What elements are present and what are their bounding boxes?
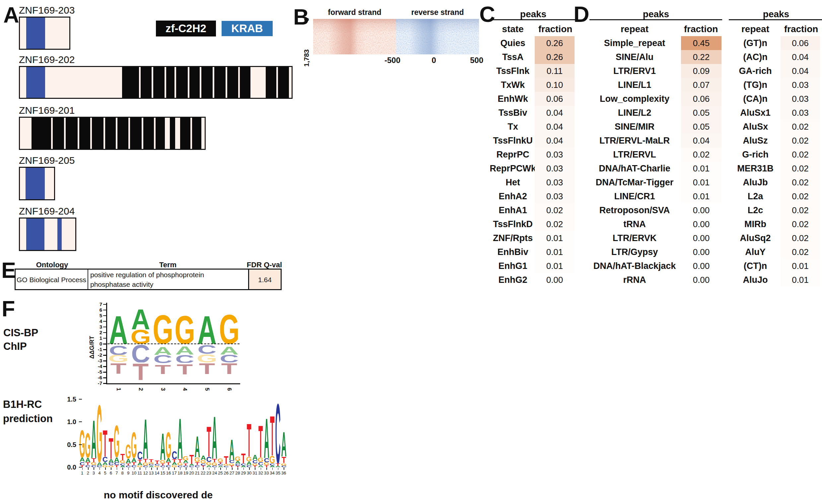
svg-text:A: A xyxy=(126,459,131,463)
isoform-bar xyxy=(19,217,76,251)
logo-letter-T: T xyxy=(194,462,200,465)
svg-text:T: T xyxy=(154,364,170,374)
exon-segment xyxy=(278,67,289,98)
logo-letter-T: T xyxy=(85,462,90,465)
svg-text:C: C xyxy=(109,345,128,355)
b1h-x-tick xyxy=(111,468,111,470)
b1h-x-tick xyxy=(174,468,175,470)
table-row-label: tRNA xyxy=(590,217,679,231)
cisbp-y-tick xyxy=(103,361,106,362)
svg-text:C: C xyxy=(206,457,212,462)
logo-letter-A: A xyxy=(160,433,165,460)
svg-text:G: G xyxy=(281,463,287,466)
table-row-value: 0.07 xyxy=(681,78,722,92)
isoform-name: ZNF169-201 xyxy=(19,105,75,115)
logo-letter-G: G xyxy=(79,429,85,458)
svg-text:A: A xyxy=(153,347,172,355)
logo-letter-C: C xyxy=(79,462,85,465)
logo-letter-A: A xyxy=(177,417,183,459)
heatmap-x-tick: 0 xyxy=(419,56,449,65)
exon-segment xyxy=(155,118,165,149)
logo-letter-C: C xyxy=(258,462,264,465)
logo-letter-A: A xyxy=(91,419,96,458)
svg-text:C: C xyxy=(80,462,85,465)
svg-text:C: C xyxy=(195,465,200,467)
cisbp-y-tick xyxy=(103,321,106,322)
logo-letter-T: T xyxy=(197,363,217,374)
table-row-label: DNA/TcMar-Tigger xyxy=(590,175,679,189)
table-row-label: (CA)n xyxy=(726,92,785,106)
logo-letter-A: A xyxy=(130,308,151,329)
isoform-name: ZNF169-205 xyxy=(19,155,75,165)
table-row-value: 0.11 xyxy=(535,64,574,78)
logo-letter-A: A xyxy=(212,416,217,459)
cisbp-y-tick-label: -7 xyxy=(89,380,102,386)
logo-letter-G: G xyxy=(131,432,137,458)
b1h-x-tick xyxy=(168,468,169,470)
b1h-y-tick xyxy=(79,399,82,400)
table-row-value: 0.02 xyxy=(781,120,820,134)
svg-text:T: T xyxy=(172,459,177,462)
exon-segment xyxy=(176,67,188,98)
table-row-label: Low_complexity xyxy=(590,92,679,106)
svg-text:C: C xyxy=(91,465,96,467)
krab-segment xyxy=(57,218,62,250)
go-col-ontology: Ontology xyxy=(19,261,85,269)
go-table-divider-1 xyxy=(88,269,88,290)
table-row-label: MER31B xyxy=(726,161,785,175)
logo-letter-T: T xyxy=(165,462,171,465)
b1h-x-tick xyxy=(186,468,186,470)
table-row-label: AluSz xyxy=(726,134,785,147)
logo-letter-A: A xyxy=(96,462,102,466)
b1h-x-tick xyxy=(105,468,106,470)
panel-label-f: F xyxy=(2,298,15,320)
logo-letter-G: G xyxy=(281,463,287,466)
svg-text:A: A xyxy=(166,458,171,462)
svg-text:A: A xyxy=(148,466,154,467)
b1h-y-tick xyxy=(79,421,82,422)
legend-krab-label: KRAB xyxy=(231,22,263,35)
svg-text:C: C xyxy=(126,466,131,467)
logo-letter-A: A xyxy=(174,346,195,355)
logo-letter-T: T xyxy=(235,466,241,467)
svg-text:A: A xyxy=(171,462,177,465)
svg-text:C: C xyxy=(154,464,159,466)
b1h-y-tick-label: 1.5 xyxy=(60,396,76,403)
logo-letter-C: C xyxy=(108,345,129,355)
logo-letter-C: C xyxy=(200,463,206,466)
logo-letter-T: T xyxy=(91,458,96,462)
table-row-value: 0.10 xyxy=(535,78,574,92)
logo-letter-A: A xyxy=(258,465,264,467)
cisbp-y-tick-label: 2 xyxy=(89,330,102,335)
logo-letter-G: G xyxy=(200,460,206,463)
table-row-label: LINE/L2 xyxy=(590,106,679,120)
svg-text:G: G xyxy=(183,456,189,461)
logo-letter-A: A xyxy=(235,461,241,464)
svg-text:A: A xyxy=(247,461,252,465)
table-row-value: 0.02 xyxy=(781,134,820,147)
svg-text:C: C xyxy=(212,466,217,467)
logo-letter-C: C xyxy=(114,462,119,465)
svg-text:C: C xyxy=(131,465,137,467)
panel-d2-col-fraction: fraction xyxy=(768,24,822,34)
cisbp-y-tick-label: 4 xyxy=(89,318,102,324)
logo-letter-G: G xyxy=(120,460,125,463)
cisbp-y-tick-label: 0 xyxy=(89,341,102,347)
svg-text:A: A xyxy=(91,419,96,458)
svg-text:A: A xyxy=(195,435,200,457)
panel-d1-title: peaks xyxy=(614,9,698,20)
b1h-x-tick xyxy=(278,468,279,470)
panel-c-col-fraction: fraction xyxy=(522,24,588,34)
svg-text:A: A xyxy=(235,461,240,464)
cisbp-y-tick xyxy=(103,327,106,328)
table-row-value: 0.03 xyxy=(535,175,574,189)
svg-text:T: T xyxy=(247,423,252,457)
table-row-value: 0.00 xyxy=(681,245,722,259)
logo-letter-G: G xyxy=(125,444,131,459)
table-row-value: 0.00 xyxy=(535,273,574,287)
logo-letter-A: A xyxy=(206,465,212,467)
svg-text:A: A xyxy=(131,308,150,329)
svg-text:C: C xyxy=(160,466,165,467)
exon-segment xyxy=(166,67,174,98)
table-row-label: G-rich xyxy=(726,147,785,161)
